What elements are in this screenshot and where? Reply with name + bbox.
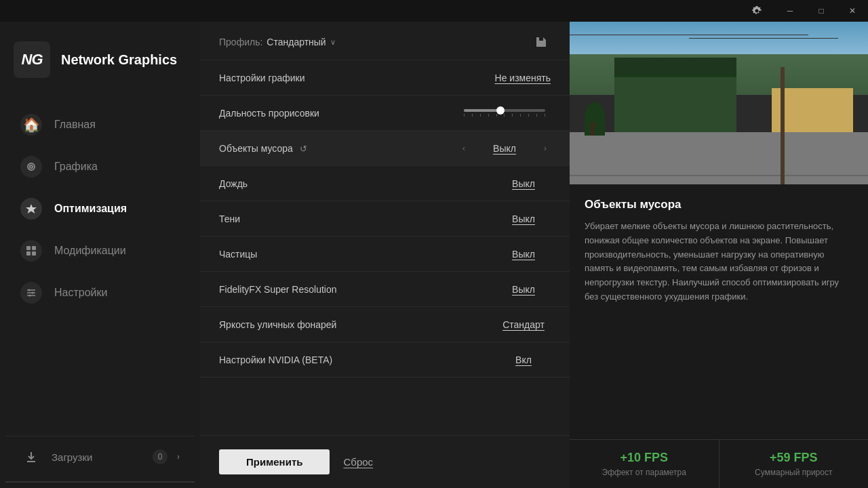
stat-effect-label: Эффект от параметра [576,468,712,477]
setting-value-trash: ‹ Выкл › [458,143,551,154]
stat-total-label: Суммарный прирост [726,468,862,477]
sidebar-item-mods[interactable]: Модификации [5,230,195,271]
minimize-button[interactable]: ─ [774,0,806,22]
svg-marker-2 [26,204,37,214]
sidebar-item-settings[interactable]: Настройки [5,272,195,313]
apply-button[interactable]: Применить [219,449,330,474]
setting-name-graphics: Настройки графики [219,73,495,83]
maximize-button[interactable]: □ [806,0,837,22]
right-arrow-icon[interactable]: › [540,143,551,153]
setting-row-draw-distance[interactable]: Дальность прорисовки [200,96,570,131]
stat-total: +59 FPS Суммарный прирост [719,440,869,488]
setting-name-particles: Частицы [219,249,496,260]
close-button[interactable]: ✕ [837,0,868,22]
refresh-icon[interactable]: ↺ [300,144,307,154]
app-title: Network Graphics [61,52,177,68]
settings-nav-icon [20,282,42,304]
downloads-bar[interactable]: Загрузки 0 › [5,436,195,477]
setting-val-shadows: Выкл [496,214,551,224]
settings-rows: Настройки графики Не изменять Дальность … [200,60,570,435]
setting-val-brightness: Стандарт [496,319,551,330]
sidebar: NG Network Graphics 🏠 Главная Графика [0,22,200,488]
main-content: Профиль: Стандартный ∨ Настройки график [200,22,868,488]
save-profile-button[interactable] [532,33,551,52]
sidebar-item-graphics[interactable]: Графика [5,146,195,187]
svg-rect-5 [26,251,31,256]
setting-val-trash: Выкл [477,143,532,154]
left-arrow-icon[interactable]: ‹ [458,143,469,153]
setting-row-particles[interactable]: Частицы Выкл [200,237,570,272]
settings-panel: Профиль: Стандартный ∨ Настройки график [200,22,868,488]
sidebar-nav: 🏠 Главная Графика [0,98,200,436]
downloads-icon [20,446,42,468]
setting-val-nvidia: Вкл [496,354,551,365]
stat-effect: +10 FPS Эффект от параметра [570,440,719,488]
svg-point-10 [28,289,31,291]
setting-value-rain: Выкл [496,178,551,189]
profile-label: Профиль: [219,37,262,47]
svg-rect-4 [32,246,36,250]
optimization-icon [20,198,42,220]
svg-point-11 [32,292,34,294]
setting-val-particles: Выкл [496,249,551,260]
profile-chevron-icon: ∨ [330,38,336,47]
settings-icon[interactable] [745,0,769,22]
downloads-arrow-icon: › [177,452,180,462]
setting-row-rain[interactable]: Дождь Выкл [200,166,570,201]
info-content: Объекты мусора Убирает мелкие объекты му… [570,184,868,426]
sidebar-item-home[interactable]: 🏠 Главная [5,104,195,145]
profile-value: Стандартный [267,37,326,47]
nav-label-graphics: Графика [54,161,98,173]
setting-value-shadows: Выкл [496,214,551,224]
profile-bar: Профиль: Стандартный ∨ [200,22,570,60]
setting-val-fsr: Выкл [496,284,551,295]
setting-value-brightness: Стандарт [496,319,551,330]
info-stats: +10 FPS Эффект от параметра +59 FPS Сумм… [570,439,868,488]
setting-value-graphics: Не изменять [495,73,551,83]
svg-point-1 [30,165,33,168]
setting-name-rain: Дождь [219,178,496,189]
logo-icon: NG [14,41,50,78]
nav-label-home: Главная [54,119,96,131]
setting-row-fsr[interactable]: FidelityFX Super Resolution Выкл [200,272,570,307]
setting-name-brightness: Яркость уличных фонарей [219,319,496,330]
downloads-label: Загрузки [52,451,143,463]
profile-selector[interactable]: Профиль: Стандартный ∨ [219,37,336,47]
settings-left: Профиль: Стандартный ∨ Настройки график [200,22,570,488]
action-buttons: Применить Сброс [200,435,570,488]
draw-distance-slider[interactable] [464,109,545,112]
titlebar: ─ □ ✕ [0,0,868,22]
sidebar-item-optimization[interactable]: Оптимизация [5,188,195,229]
stat-effect-value: +10 FPS [576,451,712,465]
setting-row-graphics[interactable]: Настройки графики Не изменять [200,60,570,96]
setting-value-nvidia: Вкл [496,354,551,365]
nav-label-mods: Модификации [54,245,126,257]
setting-val-rain: Выкл [496,178,551,189]
app-body: NG Network Graphics 🏠 Главная Графика [0,22,868,488]
setting-value-draw-distance [458,109,551,117]
setting-val-graphics: Не изменять [495,73,551,83]
info-description: Убирает мелкие объекты мусора и лишнюю р… [585,220,853,304]
setting-value-fsr: Выкл [496,284,551,295]
titlebar-icons [745,0,769,22]
svg-point-12 [29,295,31,297]
setting-row-shadows[interactable]: Тени Выкл [200,201,570,237]
info-title: Объекты мусора [585,198,853,211]
setting-name-nvidia: Настройки NVIDIA (BETA) [219,354,496,365]
setting-name-shadows: Тени [219,214,496,224]
sidebar-logo: NG Network Graphics [0,22,200,98]
svg-rect-3 [26,246,31,250]
setting-name-draw-distance: Дальность прорисовки [219,108,458,119]
nav-label-optimization: Оптимизация [54,203,127,215]
mods-icon [20,240,42,262]
setting-row-brightness[interactable]: Яркость уличных фонарей Стандарт [200,307,570,342]
setting-name-fsr: FidelityFX Super Resolution [219,284,496,295]
downloads-progress-bar [5,481,195,483]
info-panel: Объекты мусора Убирает мелкие объекты му… [570,22,868,488]
svg-rect-6 [32,251,36,256]
downloads-section: Загрузки 0 › [0,436,200,488]
svg-point-0 [28,163,35,170]
setting-row-trash[interactable]: Объекты мусора ↺ ‹ Выкл › [200,131,570,166]
setting-row-nvidia[interactable]: Настройки NVIDIA (BETA) Вкл [200,342,570,378]
reset-button[interactable]: Сброс [343,456,373,468]
